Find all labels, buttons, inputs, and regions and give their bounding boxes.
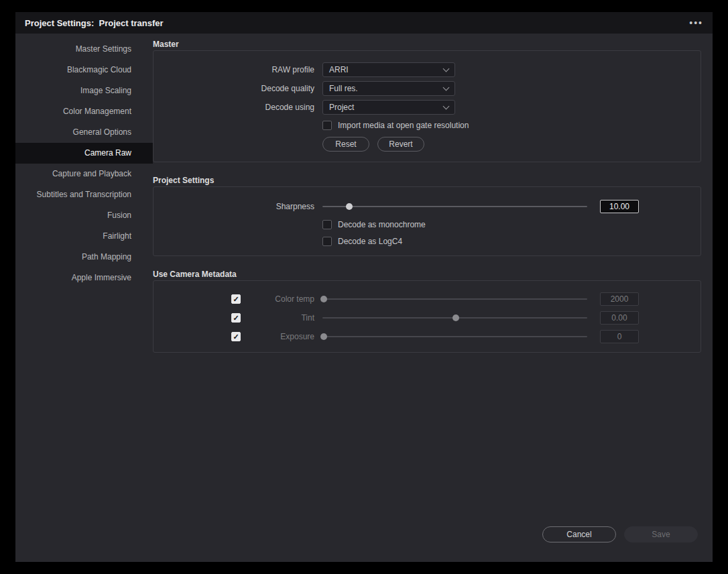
- slider-handle[interactable]: [452, 314, 459, 321]
- tint-row: ✓ Tint 0.00: [154, 308, 701, 327]
- tint-checkbox[interactable]: ✓: [231, 313, 241, 323]
- sharpness-slider[interactable]: [322, 202, 587, 211]
- raw-profile-row: RAW profile ARRI: [154, 60, 701, 79]
- tint-slider[interactable]: [322, 313, 587, 323]
- logc4-label: Decode as LogC4: [338, 237, 402, 246]
- sidebar-item-image-scaling[interactable]: Image Scaling: [15, 80, 153, 101]
- master-buttons-row: Reset Revert: [154, 133, 701, 155]
- check-icon: ✓: [233, 296, 239, 303]
- chevron-down-icon: [443, 65, 450, 72]
- sharpness-label: Sharpness: [154, 202, 314, 211]
- raw-profile-dropdown[interactable]: ARRI: [322, 62, 455, 77]
- sidebar-item-general-options[interactable]: General Options: [15, 122, 153, 143]
- sidebar-item-capture-and-playback[interactable]: Capture and Playback: [15, 164, 153, 184]
- decode-quality-value: Full res.: [329, 84, 358, 93]
- titlebar: Project Settings: Project transfer •••: [15, 12, 713, 34]
- exposure-slider[interactable]: [322, 332, 587, 341]
- dialog-title: Project Settings: Project transfer: [25, 18, 164, 28]
- color-temp-label: Color temp: [241, 294, 314, 304]
- color-temp-row: ✓ Color temp 2000: [154, 290, 701, 308]
- tint-label: Tint: [241, 313, 314, 323]
- slider-track: [322, 206, 587, 207]
- slider-track: [322, 336, 587, 337]
- color-temp-slider[interactable]: [322, 294, 587, 304]
- exposure-label: Exposure: [241, 332, 314, 341]
- color-temp-value-field[interactable]: 2000: [600, 292, 639, 306]
- raw-profile-label: RAW profile: [154, 65, 314, 74]
- sidebar-item-fairlight[interactable]: Fairlight: [15, 226, 153, 247]
- dialog-body: Master Settings Blackmagic Cloud Image S…: [15, 34, 713, 562]
- open-gate-row: ✓ Import media at open gate resolution: [154, 117, 701, 133]
- master-panel: RAW profile ARRI Decode quality Full res…: [153, 50, 701, 162]
- camera-metadata-panel: ✓ Color temp 2000 ✓ Tint: [153, 280, 701, 353]
- monochrome-checkbox[interactable]: ✓: [322, 220, 332, 229]
- open-gate-label: Import media at open gate resolution: [338, 121, 469, 130]
- raw-profile-value: ARRI: [329, 65, 349, 74]
- slider-handle[interactable]: [346, 203, 353, 210]
- sidebar: Master Settings Blackmagic Cloud Image S…: [15, 34, 153, 562]
- open-gate-checkbox[interactable]: ✓: [322, 121, 332, 130]
- sidebar-item-color-management[interactable]: Color Management: [15, 101, 153, 122]
- project-settings-panel: Sharpness 10.00 ✓ Decode as monochrome: [153, 186, 701, 256]
- monochrome-row: ✓ Decode as monochrome: [154, 216, 701, 233]
- logc4-checkbox[interactable]: ✓: [322, 237, 332, 246]
- sidebar-item-fusion[interactable]: Fusion: [15, 205, 153, 226]
- sidebar-item-path-mapping[interactable]: Path Mapping: [15, 247, 153, 268]
- dialog-footer: Cancel Save: [542, 526, 698, 542]
- sidebar-item-blackmagic-cloud[interactable]: Blackmagic Cloud: [15, 60, 153, 80]
- decode-using-dropdown[interactable]: Project: [322, 100, 455, 115]
- decode-using-label: Decode using: [154, 103, 314, 112]
- sharpness-row: Sharpness 10.00: [154, 197, 701, 216]
- decode-quality-dropdown[interactable]: Full res.: [322, 81, 455, 96]
- master-section-heading: Master: [153, 38, 701, 50]
- chevron-down-icon: [443, 103, 450, 109]
- camera-metadata-section-heading: Use Camera Metadata: [153, 268, 701, 280]
- tint-value-field[interactable]: 0.00: [600, 311, 639, 325]
- slider-handle[interactable]: [320, 333, 327, 340]
- chevron-down-icon: [443, 84, 450, 91]
- logc4-row: ✓ Decode as LogC4: [154, 233, 701, 249]
- exposure-value-field[interactable]: 0: [600, 330, 639, 343]
- sidebar-item-subtitles-and-transcription[interactable]: Subtitles and Transcription: [15, 184, 153, 205]
- sidebar-item-apple-immersive[interactable]: Apple Immersive: [15, 268, 153, 288]
- monochrome-label: Decode as monochrome: [338, 220, 426, 229]
- exposure-row: ✓ Exposure 0: [154, 327, 701, 346]
- check-icon: ✓: [233, 314, 239, 322]
- cancel-button[interactable]: Cancel: [542, 526, 616, 542]
- main-content: Master RAW profile ARRI Decode quality: [153, 34, 713, 562]
- sharpness-value-field[interactable]: 10.00: [600, 200, 639, 213]
- sidebar-item-master-settings[interactable]: Master Settings: [15, 39, 153, 60]
- sidebar-item-camera-raw[interactable]: Camera Raw: [15, 143, 153, 164]
- overflow-menu-icon[interactable]: •••: [689, 17, 703, 28]
- decode-using-value: Project: [329, 103, 354, 112]
- project-settings-section-heading: Project Settings: [153, 174, 701, 186]
- decode-using-row: Decode using Project: [154, 98, 701, 117]
- slider-handle[interactable]: [320, 296, 327, 302]
- revert-button[interactable]: Revert: [377, 137, 424, 152]
- decode-quality-row: Decode quality Full res.: [154, 79, 701, 98]
- check-icon: ✓: [233, 333, 239, 341]
- project-settings-dialog: Project Settings: Project transfer ••• M…: [15, 12, 713, 562]
- decode-quality-label: Decode quality: [154, 84, 314, 93]
- color-temp-checkbox[interactable]: ✓: [231, 294, 241, 304]
- save-button[interactable]: Save: [624, 526, 698, 542]
- slider-track: [322, 298, 587, 300]
- exposure-checkbox[interactable]: ✓: [231, 332, 241, 341]
- reset-button[interactable]: Reset: [322, 137, 369, 152]
